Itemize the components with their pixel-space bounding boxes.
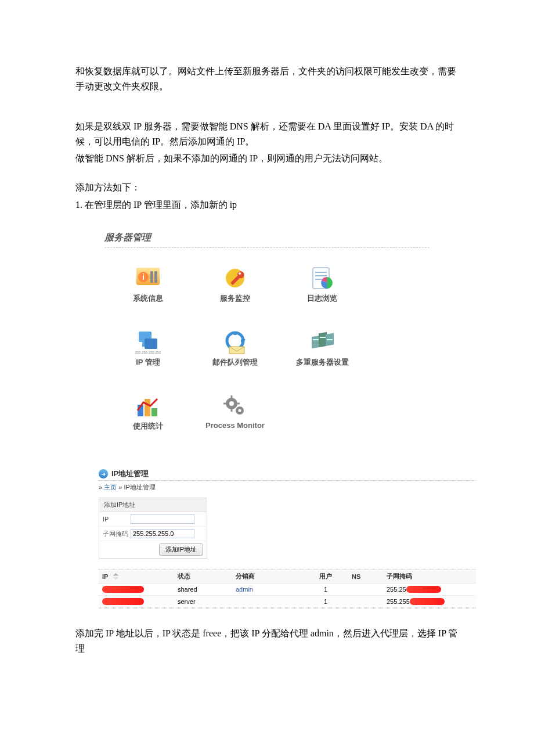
cell-reseller[interactable]: admin [236,586,300,593]
redacted-ip [102,598,144,605]
mask-input[interactable] [131,529,194,538]
gears-icon [222,393,248,419]
server-management-panel: 服务器管理 i 系统信息 服务监控 日志浏览 [104,229,430,451]
menu-item-process-monitor[interactable]: Process Monitor [192,387,279,451]
menu-item-system-info[interactable]: i 系统信息 [104,260,192,323]
section-header: ➜ IP地址管理 [99,469,476,481]
icon-grid: i 系统信息 服务监控 日志浏览 255.255.255.255 [104,260,430,451]
section-title: IP地址管理 [111,469,149,479]
paragraph: 做智能 DNS 解析后，如果不添加的网通的 IP，则网通的用户无法访问网站。 [75,151,464,166]
add-ip-form: 添加IP地址 IP 子网掩码 添加IP地址 [99,498,207,559]
redacted-mask [406,586,441,593]
info-icon: i [135,265,161,291]
paragraph: 添加方法如下： [75,180,464,195]
servers-icon [309,329,335,355]
svg-rect-5 [154,271,157,283]
sort-icon [113,573,118,580]
svg-point-7 [239,272,241,275]
table-header-row: IP 状态 分销商 用户 NS 子网掩码 [99,570,476,584]
svg-rect-16 [229,347,244,354]
wrench-icon [222,265,248,291]
col-user[interactable]: 用户 [300,572,352,581]
ip-input[interactable] [131,514,194,524]
table-row: server 1 255.255 [99,596,476,608]
breadcrumb: » 主页 » IP地址管理 [99,481,476,498]
svg-point-29 [239,409,241,412]
menu-label: 使用统计 [133,421,163,431]
form-title: 添加IP地址 [99,498,207,512]
svg-rect-21 [320,337,326,338]
svg-rect-12 [142,342,145,347]
cell-status: server [178,598,236,605]
cell-status: shared [178,586,236,593]
arrow-icon: ➜ [99,469,108,478]
menu-item-mail-queue[interactable]: 邮件队列管理 [192,323,279,387]
breadcrumb-current: IP地址管理 [124,484,155,491]
mask-label: 子网掩码 [103,530,131,538]
redacted-mask [410,598,445,605]
svg-rect-4 [150,271,153,283]
menu-item-service-monitor[interactable]: 服务监控 [192,260,279,323]
paragraph: 和恢复数据库就可以了。网站文件上传至新服务器后，文件夹的访问权限可能发生改变，需… [75,64,464,93]
menu-label: 日志浏览 [307,293,337,304]
list-item: 1. 在管理层的 IP 管理里面，添加新的 ip [75,197,464,213]
mail-queue-icon [222,329,248,355]
table-row: shared admin 1 255.25 [99,584,476,596]
ip-table: IP 状态 分销商 用户 NS 子网掩码 shared admin 1 255.… [99,569,476,609]
svg-text:i: i [142,272,145,282]
svg-rect-24 [145,399,150,416]
col-mask[interactable]: 子网掩码 [387,572,456,581]
svg-rect-22 [327,339,333,340]
menu-item-ip-management[interactable]: 255.255.255.255 IP 管理 [104,323,192,387]
menu-label: 系统信息 [133,293,163,304]
menu-label: 服务监控 [220,293,250,304]
col-ip[interactable]: IP [102,573,178,580]
svg-rect-17 [312,336,320,348]
menu-item-multi-server[interactable]: 多重服务器设置 [279,323,366,387]
menu-item-usage-stats[interactable]: 使用统计 [104,387,192,451]
paragraph: 添加完 IP 地址以后，IP 状态是 freee，把该 IP 分配给代理 adm… [75,626,464,656]
svg-rect-20 [313,339,319,340]
svg-rect-11 [145,339,157,349]
menu-label: 邮件队列管理 [212,357,258,368]
menu-item-log-view[interactable]: 日志浏览 [279,260,366,323]
menu-label: Process Monitor [205,421,265,430]
svg-point-27 [229,401,234,406]
ip-label: IP [103,516,131,523]
breadcrumb-home[interactable]: 主页 [104,484,117,491]
log-icon [309,265,335,291]
svg-text:255.255.255.255: 255.255.255.255 [135,351,161,354]
panel-title: 服务器管理 [104,229,430,248]
svg-rect-25 [151,408,157,416]
ip-icon: 255.255.255.255 [135,329,161,355]
cell-mask: 255.255 [387,598,456,605]
paragraph: 如果是双线双 IP 服务器，需要做智能 DNS 解析，还需要在 DA 里面设置好… [75,119,464,149]
menu-label: 多重服务器设置 [296,357,349,368]
cell-mask: 255.25 [387,586,456,593]
menu-label: IP 管理 [136,357,160,368]
add-ip-button[interactable]: 添加IP地址 [159,543,203,556]
redacted-ip [102,586,144,593]
stats-icon [135,393,161,419]
svg-rect-18 [319,332,327,347]
cell-user: 1 [300,586,352,593]
col-ns[interactable]: NS [352,573,387,580]
ip-management-panel: ➜ IP地址管理 » 主页 » IP地址管理 添加IP地址 IP 子网掩码 添加… [99,469,476,609]
col-reseller[interactable]: 分销商 [236,572,300,581]
cell-user: 1 [300,598,352,605]
col-status[interactable]: 状态 [178,572,236,581]
